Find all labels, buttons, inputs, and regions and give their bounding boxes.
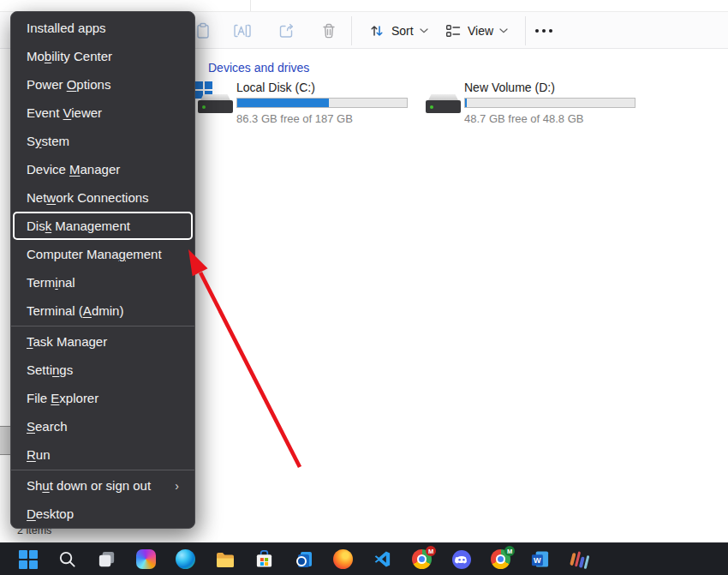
- menu-item-label: File Explorer: [27, 391, 98, 405]
- menu-item-computer-management[interactable]: Computer Management: [13, 240, 193, 268]
- sort-label: Sort: [391, 24, 414, 38]
- menu-item-label: Disk Management: [27, 219, 130, 233]
- share-icon: [277, 22, 295, 39]
- drive-name: New Volume (D:): [464, 81, 636, 94]
- share-button[interactable]: [276, 17, 296, 45]
- taskbar-word-icon[interactable]: W: [529, 548, 551, 570]
- menu-item-disk-management[interactable]: Disk Management: [13, 212, 193, 240]
- menu-item-label: Device Manager: [27, 162, 120, 177]
- menu-item-desktop[interactable]: Desktop: [13, 500, 193, 528]
- titlebar-strip: [0, 0, 728, 11]
- menu-item-task-manager[interactable]: Task Manager: [13, 327, 193, 356]
- delete-icon: [320, 22, 337, 39]
- taskbar-firefox-icon[interactable]: [332, 548, 354, 570]
- rename-icon: [233, 22, 252, 39]
- menu-item-label: Event Viewer: [27, 105, 102, 120]
- menu-item-label: Desktop: [27, 506, 74, 521]
- view-button[interactable]: View: [443, 17, 510, 45]
- taskbar-chrome-icon[interactable]: M: [490, 548, 511, 570]
- drive-tile[interactable]: New Volume (D:) 48.7 GB free of 48.8 GB: [423, 81, 639, 130]
- view-label: View: [468, 24, 493, 38]
- menu-item-network-connections[interactable]: Network Connections: [13, 183, 193, 212]
- profile-badge: M: [504, 546, 515, 556]
- see-more-icon: [534, 28, 554, 33]
- menu-item-label: Terminal (Admin): [27, 303, 123, 318]
- menu-item-label: Mobility Center: [27, 49, 112, 63]
- taskbar-chrome-icon[interactable]: M: [411, 548, 433, 570]
- group-header-devices-and-drives[interactable]: Devices and drives: [208, 61, 309, 75]
- menu-item-label: Installed apps: [27, 21, 106, 35]
- drive-usage-fill: [465, 99, 467, 107]
- menu-item-label: Run: [27, 447, 51, 462]
- drive-led-dot: [430, 105, 433, 109]
- menu-item-event-viewer[interactable]: Event Viewer: [13, 99, 193, 127]
- menu-separator: [11, 326, 194, 326]
- taskbar-outlook-icon[interactable]: [293, 548, 314, 570]
- drive-free-space: 48.7 GB free of 48.8 GB: [464, 112, 636, 125]
- menu-item-settings[interactable]: Settings: [13, 356, 193, 384]
- delete-button[interactable]: [319, 17, 339, 45]
- see-more-button[interactable]: [532, 17, 556, 45]
- chevron-right-icon: ›: [175, 480, 179, 492]
- taskbar-copilot-icon[interactable]: [135, 548, 157, 570]
- paste-button[interactable]: [193, 17, 213, 45]
- menu-item-label: Shut down or sign out: [27, 478, 151, 493]
- toolbar-divider: [525, 16, 526, 45]
- menu-item-run[interactable]: Run: [13, 440, 193, 469]
- drive-usage-fill: [237, 99, 329, 107]
- drive-usage-bar: [464, 98, 636, 108]
- hard-drive-icon: [423, 81, 462, 118]
- drive-tile[interactable]: Local Disk (C:) 86.3 GB free of 187 GB: [195, 81, 411, 130]
- taskbar-vscode-icon[interactable]: [372, 548, 393, 570]
- profile-badge: M: [426, 546, 436, 556]
- menu-item-label: System: [27, 134, 69, 148]
- chevron-down-icon: [499, 28, 508, 33]
- menu-item-device-manager[interactable]: Device Manager: [13, 155, 193, 183]
- winx-menu: Installed appsMobility CenterPower Optio…: [10, 11, 195, 529]
- menu-item-system[interactable]: System: [13, 127, 193, 155]
- svg-text:W: W: [534, 556, 541, 565]
- menu-item-label: Network Connections: [27, 190, 149, 205]
- taskbar-app-stripes-icon[interactable]: [569, 548, 590, 570]
- drive-free-space: 86.3 GB free of 187 GB: [236, 112, 408, 125]
- menu-item-mobility-center[interactable]: Mobility Center: [13, 42, 193, 70]
- menu-item-file-explorer[interactable]: File Explorer: [13, 384, 193, 412]
- drive-usage-bar: [236, 98, 408, 108]
- menu-separator: [11, 470, 194, 470]
- chevron-down-icon: [420, 28, 428, 33]
- titlebar-divider: [250, 0, 251, 11]
- taskbar-file-explorer-icon[interactable]: [214, 548, 236, 570]
- rename-button[interactable]: [231, 17, 254, 45]
- menu-item-terminal-admin[interactable]: Terminal (Admin): [13, 296, 193, 325]
- menu-item-installed-apps[interactable]: Installed apps: [13, 14, 193, 42]
- drive-led-dot: [202, 105, 206, 109]
- taskbar-start-icon[interactable]: [17, 548, 39, 570]
- menu-item-terminal[interactable]: Terminal: [13, 268, 193, 296]
- taskbar-edge-icon[interactable]: [175, 548, 196, 570]
- hard-drive-icon: [195, 81, 235, 118]
- menu-item-label: Settings: [27, 362, 73, 377]
- menu-item-label: Computer Management: [27, 247, 162, 261]
- drive-name: Local Disk (C:): [236, 81, 408, 94]
- sort-button[interactable]: Sort: [367, 17, 430, 45]
- paste-icon: [194, 22, 212, 39]
- sort-icon: [368, 22, 385, 39]
- menu-item-label: Power Options: [27, 77, 110, 92]
- taskbar-discord-icon[interactable]: [451, 548, 472, 570]
- menu-item-power-options[interactable]: Power Options: [13, 70, 193, 99]
- menu-item-label: Terminal: [27, 275, 75, 290]
- view-icon: [445, 22, 462, 39]
- menu-item-label: Task Manager: [27, 334, 107, 349]
- taskbar-store-icon[interactable]: [254, 548, 275, 570]
- menu-item-shut-down-or-sign-out[interactable]: Shut down or sign out›: [13, 471, 193, 500]
- taskbar-search-icon[interactable]: [57, 548, 78, 570]
- menu-item-label: Search: [27, 419, 68, 434]
- taskbar: MMW: [0, 542, 728, 575]
- menu-item-search[interactable]: Search: [13, 412, 193, 440]
- taskbar-task-view-icon[interactable]: [96, 548, 117, 570]
- toolbar-divider: [351, 16, 352, 45]
